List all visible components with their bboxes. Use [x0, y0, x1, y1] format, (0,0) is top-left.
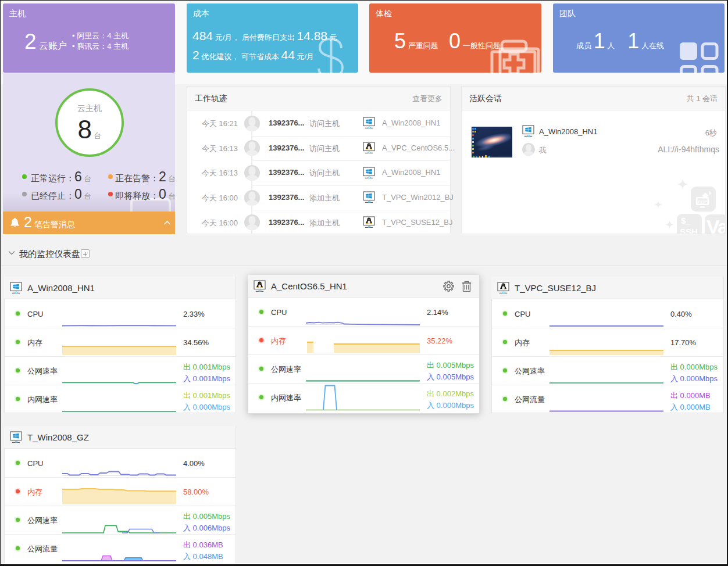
svg-text:RDP: RDP — [698, 199, 707, 205]
